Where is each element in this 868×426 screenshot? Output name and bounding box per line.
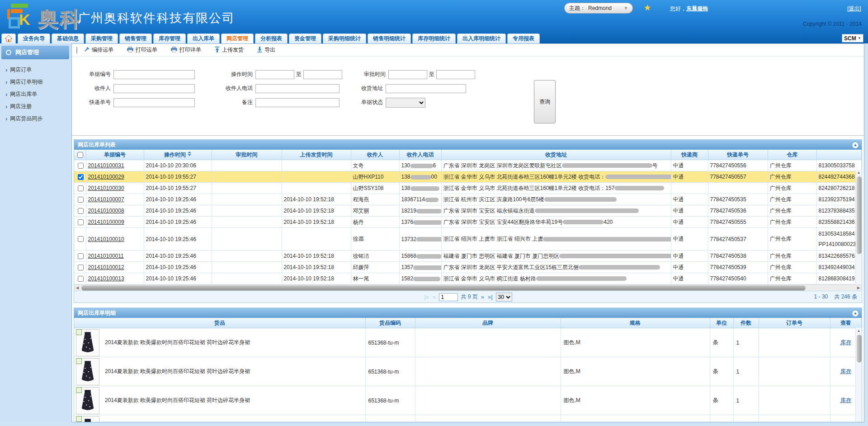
sidebar-item-网店订单[interactable]: ›网店订单 (0, 64, 71, 76)
tab-库存管理[interactable]: 库存管理 (153, 33, 186, 43)
stock-link[interactable]: 库存 (840, 397, 851, 403)
tab-网店管理[interactable]: 网店管理 (221, 33, 254, 43)
collapse-icon[interactable]: ▲ (852, 142, 859, 149)
address-input[interactable] (386, 84, 466, 93)
row-checkbox[interactable] (78, 208, 84, 214)
column-header-查看[interactable]: 查看 (830, 318, 862, 328)
scrollbar-thumb[interactable] (81, 285, 806, 291)
detail-row[interactable]: 2014夏装新款 欧美爆款时尚百搭印花短裙 荷叶边碎花半身裙651368-tu-… (74, 386, 862, 415)
page-input[interactable] (439, 293, 458, 301)
sidebar-item-网店出库单[interactable]: ›网店出库单 (0, 88, 71, 100)
table-row[interactable]: 2014101000092014-10-10 19:25:462014-10-1… (74, 217, 862, 228)
table-row[interactable]: 2014101000072014-10-10 19:25:462014-10-1… (74, 194, 862, 205)
row-checkbox[interactable] (78, 219, 84, 225)
toolbar-button-上传发货[interactable]: 上传发货 (215, 46, 244, 54)
favorite-star-icon[interactable]: ★ (644, 3, 651, 13)
table-row[interactable]: 2014101000132014-10-10 19:25:462014-10-1… (74, 273, 862, 284)
tab-销售明细统计[interactable]: 销售明细统计 (368, 33, 411, 43)
horizontal-scrollbar[interactable]: ◀ ▶ (74, 284, 862, 291)
column-header-上传发货时间[interactable]: 上传发货时间 (282, 150, 351, 160)
op-time-from-input[interactable] (255, 70, 294, 79)
select-all-checkbox[interactable] (77, 152, 83, 158)
tab-出入库单[interactable]: 出入库单 (187, 33, 220, 43)
column-header-货品[interactable]: 货品 (74, 318, 365, 328)
table-row[interactable]: 2014101000102014-10-10 19:25:46徐愿13732浙江… (74, 228, 862, 251)
column-header-审批时间[interactable]: 审批时间 (212, 150, 282, 160)
row-checkbox[interactable] (78, 174, 84, 180)
table-row[interactable]: 2014101000312014-10-10 20:30:06文奇1306广东省… (74, 160, 862, 171)
detail-row[interactable]: 2014夏装新款 欧美爆款时尚百搭印花短裙 荷叶边碎花半身裙651368-tu-… (74, 415, 862, 423)
op-time-to-input[interactable] (303, 70, 342, 79)
column-header-件数[interactable]: 件数 (733, 318, 759, 328)
doc-no-link[interactable]: 201410100013 (88, 275, 124, 282)
toolbar-button-打印详单[interactable]: 打印详单 (171, 46, 201, 54)
column-header-单位[interactable]: 单位 (710, 318, 733, 328)
detail-row[interactable]: 2014夏装新款 欧美爆款时尚百搭印花短裙 荷叶边碎花半身裙651368-tu-… (74, 357, 862, 386)
doc-no-link[interactable]: 201410100010 (88, 236, 124, 242)
tab-出入库明细统计[interactable]: 出入库明细统计 (457, 33, 506, 43)
tab-基础信息[interactable]: 基础信息 (52, 33, 84, 43)
page-size-select[interactable]: 30 (496, 293, 512, 302)
sidebar-item-网店货品同步[interactable]: ›网店货品同步 (0, 113, 71, 125)
logout-link[interactable]: [退出] (847, 5, 861, 13)
doc-no-link[interactable]: 201410100011 (88, 253, 124, 259)
scm-select[interactable]: SCM▼ (842, 34, 863, 43)
sidebar-item-网店订单明细[interactable]: ›网店订单明细 (0, 76, 71, 88)
column-header-货品编码[interactable]: 货品编码 (365, 318, 415, 328)
column-header-单据编号[interactable]: 单据编号 (86, 150, 144, 160)
doc-no-link[interactable]: 201410100007 (88, 196, 124, 203)
row-checkbox[interactable] (78, 197, 84, 203)
column-header-操作时间[interactable]: 操作时间 (144, 150, 212, 160)
vertical-scrollbar[interactable]: ▲ ▼ (855, 170, 862, 294)
column-header-收货地址[interactable]: 收货地址 (441, 150, 671, 160)
tab-库存明细统计[interactable]: 库存明细统计 (412, 33, 456, 43)
product-image[interactable] (76, 416, 99, 423)
next-page-icon[interactable]: » (481, 293, 485, 300)
doc-status-select[interactable] (386, 98, 425, 108)
table-row[interactable]: 2014101000082014-10-10 19:25:462014-10-1… (74, 205, 862, 217)
toolbar-button-打印运单[interactable]: 打印运单 (127, 46, 157, 54)
scroll-up-icon[interactable]: ▲ (856, 170, 862, 175)
scroll-right-icon[interactable]: ▶ (855, 285, 862, 291)
receiver-input[interactable] (113, 84, 195, 93)
approve-time-from-input[interactable] (388, 70, 427, 79)
row-checkbox[interactable] (78, 265, 84, 270)
column-header-订单号[interactable]: 订单号 (759, 318, 830, 328)
stock-link[interactable]: 库存 (840, 368, 851, 374)
table-row[interactable]: 2014101000112014-10-10 19:25:462014-10-1… (74, 251, 862, 262)
toolbar-button-导出[interactable]: 导出 (257, 46, 275, 54)
column-header-仓库[interactable]: 仓库 (768, 150, 816, 160)
tab-业务向导[interactable]: 业务向导 (18, 33, 50, 43)
doc-no-link[interactable]: 201410100012 (88, 264, 124, 270)
column-header-品牌[interactable]: 品牌 (415, 318, 561, 328)
last-page-icon[interactable]: »| (487, 293, 493, 300)
table-row[interactable]: 2014101000302014-10-10 19:55:27山野SSY1081… (74, 183, 862, 194)
first-page-icon[interactable]: |« (424, 293, 429, 300)
row-checkbox[interactable] (78, 276, 84, 282)
doc-no-link[interactable]: 201410100031 (88, 162, 124, 169)
column-header-收件人电话[interactable]: 收件人电话 (399, 150, 441, 160)
row-checkbox[interactable] (78, 185, 84, 191)
scroll-left-icon[interactable]: ◀ (74, 285, 80, 291)
sidebar-item-网店注册[interactable]: ›网店注册 (0, 100, 71, 113)
column-header-规格[interactable]: 规格 (561, 318, 710, 328)
column-header-快递单号[interactable]: 快递单号 (708, 150, 768, 160)
remark-input[interactable] (255, 98, 340, 107)
username-link[interactable]: 东晨服饰 (686, 5, 708, 12)
column-header-快递商[interactable]: 快递商 (671, 150, 708, 160)
tab-资金管理[interactable]: 资金管理 (289, 33, 321, 43)
vertical-scrollbar[interactable]: ▲ (855, 328, 862, 422)
receiver-phone-input[interactable] (255, 84, 340, 93)
row-checkbox[interactable] (78, 236, 84, 242)
doc-no-link[interactable]: 201410100029 (88, 174, 124, 180)
column-header-blank[interactable] (816, 150, 862, 160)
row-checkbox[interactable] (78, 163, 84, 169)
doc-no-link[interactable]: 201410100009 (88, 219, 124, 225)
tab-专用报表[interactable]: 专用报表 (507, 33, 540, 43)
product-image[interactable] (76, 387, 99, 414)
home-tab[interactable] (1, 33, 16, 43)
row-checkbox[interactable] (78, 253, 84, 259)
theme-select[interactable]: 主题： Redmond ▼ (564, 3, 633, 14)
scroll-up-icon[interactable]: ▲ (856, 328, 862, 334)
stock-link[interactable]: 库存 (840, 339, 851, 346)
